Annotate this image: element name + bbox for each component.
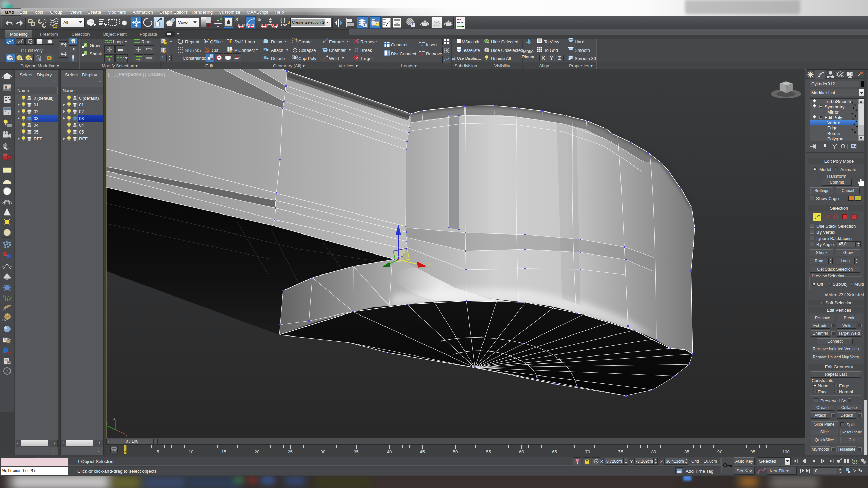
svg-text:?: ? xyxy=(6,369,8,374)
svg-text:Ox: Ox xyxy=(2,318,6,322)
svg-text:x: x xyxy=(126,434,128,438)
svg-text:z: z xyxy=(113,416,115,420)
svg-text:x: x xyxy=(428,262,430,267)
svg-text:z: z xyxy=(399,223,401,227)
svg-text:[ + ] [ Perspective ] [ Shaded: [ + ] [ Perspective ] [ Shaded ] xyxy=(108,72,165,77)
svg-text:HF: HF xyxy=(3,308,7,312)
